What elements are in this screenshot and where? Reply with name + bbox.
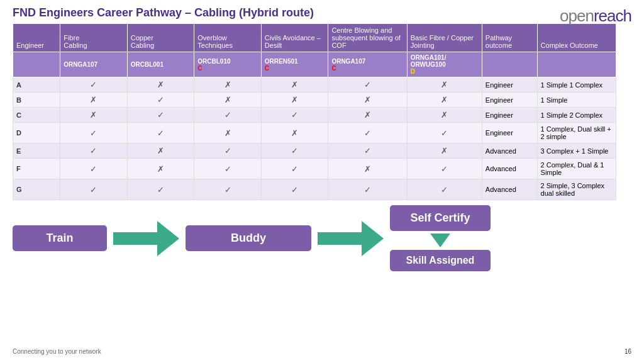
header-pathway: Pathway outcome (482, 24, 537, 52)
cross-mark: ✗ (364, 164, 371, 174)
arrow-head-2 (362, 221, 384, 256)
table-cell: ✓ (261, 179, 328, 200)
table-row: G✓✓✓✓✓✓Advanced2 Simple, 3 Complex dual … (13, 179, 616, 200)
pathway-outcome-cell: Engineer (482, 123, 537, 143)
table-cell: ✗ (328, 93, 407, 108)
openreach-logo: openreach (560, 6, 631, 26)
cross-mark: ✗ (291, 95, 298, 104)
check-mark: ✓ (364, 80, 371, 89)
table-row: A✓✗✗✗✓✗Engineer1 Simple 1 Complex (13, 77, 616, 93)
header-centre-blowing: Centre Blowing and subsequent blowing of… (328, 24, 407, 52)
arrow-body-2 (318, 232, 362, 245)
cross-mark: ✗ (441, 146, 448, 155)
check-mark: ✓ (157, 185, 164, 194)
cross-mark: ✗ (225, 80, 231, 89)
header-copper-cabling: CopperCabling (127, 24, 194, 52)
header-complex-outcome: Complex Outcome (537, 24, 616, 52)
code-ornga107: ORNGA107 (60, 52, 128, 77)
table-row: B✗✓✗✗✗✗Engineer1 Simple (13, 93, 616, 108)
table-cell: ✓ (328, 123, 407, 143)
check-mark: ✓ (291, 185, 298, 194)
table-cell: G (13, 179, 60, 200)
cross-mark: ✗ (90, 110, 97, 120)
code-ornga107-2: ORNGA107C (328, 52, 407, 77)
table-row: D✓✓✗✗✓✓Engineer1 Complex, Dual skill + 2… (13, 123, 616, 143)
check-mark: ✓ (441, 164, 448, 174)
table-cell: ✗ (328, 159, 407, 179)
table-cell: ✓ (328, 143, 407, 159)
check-mark: ✓ (291, 164, 298, 174)
cross-mark: ✗ (291, 128, 298, 138)
complex-outcome-cell: 1 Simple 2 Complex (537, 108, 616, 123)
table-cell: ✓ (60, 123, 128, 143)
check-mark: ✓ (90, 80, 97, 89)
table-cell: ✗ (127, 77, 194, 93)
table-cell: ✗ (194, 93, 262, 108)
complex-outcome-cell: 1 Complex, Dual skill + 2 simple (537, 123, 616, 143)
cross-mark: ✗ (441, 80, 448, 89)
table-cell: ✓ (261, 159, 328, 179)
header-overblow: Overblow Techniques (194, 24, 262, 52)
cross-mark: ✗ (157, 80, 164, 89)
complex-outcome-cell: 2 Simple, 3 Complex dual skilled (537, 179, 616, 200)
table-cell: A (13, 77, 60, 93)
header-engineer: Engineer (13, 24, 60, 52)
table-cell: D (13, 123, 60, 143)
pathway-outcome-cell: Advanced (482, 179, 537, 200)
complex-outcome-cell: 2 Complex, Dual & 1 Simple (537, 159, 616, 179)
check-mark: ✓ (441, 128, 448, 138)
check-mark: ✓ (157, 95, 164, 104)
check-mark: ✓ (90, 185, 97, 194)
code-orcbl010: ORCBL010C (194, 52, 262, 77)
table-cell: ✗ (407, 77, 482, 93)
cross-mark: ✗ (364, 110, 371, 120)
table-cell: B (13, 93, 60, 108)
header-civils: Civils Avoidance – Desilt (261, 24, 328, 52)
table-cell: ✓ (60, 159, 128, 179)
table-cell: ✓ (328, 77, 407, 93)
table-cell: ✓ (261, 143, 328, 159)
check-mark: ✓ (291, 146, 298, 155)
table-cell: F (13, 159, 60, 179)
table-cell: ✓ (60, 143, 128, 159)
check-mark: ✓ (225, 185, 231, 194)
self-certify-button[interactable]: Self Certify (390, 205, 491, 231)
buddy-button[interactable]: Buddy (186, 225, 311, 251)
code-complex-empty (537, 52, 616, 77)
page: FND Engineers Career Pathway – Cabling (… (0, 0, 644, 360)
header-basic-fibre: Basic Fibre / Copper Jointing (407, 24, 482, 52)
table-cell: ✓ (194, 108, 262, 123)
cross-mark: ✗ (225, 128, 231, 138)
check-mark: ✓ (225, 110, 231, 120)
table-cell: ✗ (407, 93, 482, 108)
code-ornga101: ORNGA101/ORWUG100D (407, 52, 482, 77)
check-mark: ✓ (291, 110, 298, 120)
table-cell: ✗ (261, 123, 328, 143)
cross-mark: ✗ (90, 95, 97, 104)
table-cell: E (13, 143, 60, 159)
arrow-1 (113, 221, 179, 256)
table-cell: ✓ (60, 179, 128, 200)
check-mark: ✓ (364, 128, 371, 138)
complex-outcome-cell: 1 Simple (537, 93, 616, 108)
cross-mark: ✗ (157, 164, 164, 174)
code-engineer (13, 52, 60, 77)
cross-mark: ✗ (441, 95, 448, 104)
table-cell: ✗ (328, 108, 407, 123)
table-cell: ✓ (194, 143, 262, 159)
check-mark: ✓ (364, 146, 371, 155)
check-mark: ✓ (90, 128, 97, 138)
pathway-outcome-cell: Engineer (482, 93, 537, 108)
arrow-body-1 (113, 232, 157, 245)
skill-assigned-button[interactable]: Skill Assigned (390, 250, 491, 271)
check-mark: ✓ (225, 146, 231, 155)
table-cell: ✗ (60, 108, 128, 123)
table-cell: ✓ (127, 108, 194, 123)
code-orcbl001: ORCBL001 (127, 52, 194, 77)
career-table: Engineer FibreCabling CopperCabling Over… (13, 23, 616, 200)
pathway-outcome-cell: Advanced (482, 143, 537, 159)
footer-text: Connecting you to your network (13, 348, 101, 355)
train-button[interactable]: Train (13, 225, 107, 251)
complex-outcome-cell: 1 Simple 1 Complex (537, 77, 616, 93)
check-mark: ✓ (157, 128, 164, 138)
